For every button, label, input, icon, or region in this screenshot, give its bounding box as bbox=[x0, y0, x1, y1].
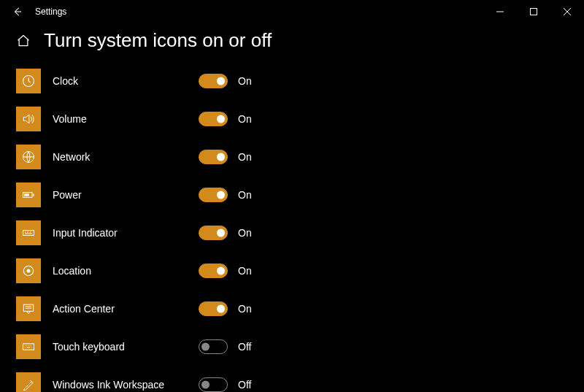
volume-icon bbox=[21, 112, 36, 126]
setting-label: Input Indicator bbox=[53, 227, 199, 239]
toggle-state: On bbox=[238, 265, 252, 277]
window-controls bbox=[483, 0, 584, 23]
power-icon bbox=[21, 188, 36, 202]
volume-toggle[interactable] bbox=[199, 112, 228, 126]
maximize-icon bbox=[530, 8, 537, 15]
toggle-thumb bbox=[217, 305, 225, 313]
close-icon bbox=[564, 8, 571, 15]
network-tile bbox=[16, 145, 41, 169]
location-tile bbox=[16, 258, 41, 283]
setting-row-ink-workspace: Windows Ink Workspace Off bbox=[16, 367, 568, 392]
setting-row-network: Network On bbox=[16, 139, 568, 174]
titlebar: Settings bbox=[0, 0, 584, 23]
clock-tile bbox=[16, 69, 41, 93]
volume-tile bbox=[16, 107, 41, 131]
ink-workspace-tile bbox=[16, 372, 41, 392]
toggle-state: Off bbox=[238, 379, 251, 391]
minimize-button[interactable] bbox=[483, 0, 517, 23]
touch-keyboard-tile bbox=[16, 334, 41, 359]
network-toggle[interactable] bbox=[199, 150, 228, 164]
svg-point-8 bbox=[27, 269, 31, 273]
action-center-toggle[interactable] bbox=[199, 301, 228, 316]
location-icon bbox=[21, 264, 36, 278]
setting-row-location: Location On bbox=[16, 253, 568, 288]
minimize-icon bbox=[496, 8, 504, 15]
svg-rect-10 bbox=[23, 344, 34, 350]
setting-label: Touch keyboard bbox=[53, 341, 199, 353]
toggle-thumb bbox=[217, 115, 225, 123]
ink-workspace-toggle[interactable] bbox=[199, 377, 228, 392]
home-icon[interactable] bbox=[16, 34, 31, 48]
setting-label: Windows Ink Workspace bbox=[53, 379, 199, 391]
input-indicator-icon bbox=[21, 226, 36, 240]
setting-row-volume: Volume On bbox=[16, 101, 568, 137]
page-header: Turn system icons on or off bbox=[0, 23, 584, 64]
touch-keyboard-toggle[interactable] bbox=[199, 339, 228, 354]
toggle-thumb bbox=[217, 191, 225, 199]
ink-workspace-icon bbox=[21, 377, 36, 392]
setting-label: Volume bbox=[53, 113, 199, 125]
network-icon bbox=[21, 150, 36, 164]
setting-row-touch-keyboard: Touch keyboard Off bbox=[16, 329, 568, 364]
input-indicator-toggle[interactable] bbox=[199, 226, 228, 240]
back-button[interactable] bbox=[6, 0, 29, 23]
setting-label: Network bbox=[53, 151, 199, 163]
close-button[interactable] bbox=[550, 0, 584, 23]
settings-list: Clock On Volume On Network On Power On I… bbox=[0, 64, 584, 392]
toggle-state: On bbox=[238, 227, 252, 239]
toggle-state: On bbox=[238, 113, 252, 125]
action-center-icon bbox=[21, 301, 36, 316]
clock-toggle[interactable] bbox=[199, 74, 228, 88]
svg-rect-5 bbox=[33, 193, 34, 196]
toggle-thumb bbox=[201, 381, 210, 389]
touch-keyboard-icon bbox=[21, 339, 36, 354]
window-title: Settings bbox=[35, 7, 483, 17]
setting-row-power: Power On bbox=[16, 177, 568, 212]
setting-row-clock: Clock On bbox=[16, 64, 568, 99]
toggle-thumb bbox=[217, 267, 225, 275]
svg-rect-6 bbox=[23, 231, 34, 236]
setting-label: Location bbox=[53, 265, 199, 277]
svg-rect-0 bbox=[531, 9, 537, 15]
power-tile bbox=[16, 182, 41, 207]
setting-label: Clock bbox=[53, 75, 199, 87]
action-center-tile bbox=[16, 296, 41, 321]
toggle-thumb bbox=[217, 77, 225, 85]
clock-icon bbox=[21, 74, 36, 88]
setting-label: Action Center bbox=[53, 303, 199, 315]
toggle-state: On bbox=[238, 303, 252, 315]
toggle-state: On bbox=[238, 75, 252, 87]
setting-row-action-center: Action Center On bbox=[16, 291, 568, 326]
toggle-state: Off bbox=[238, 341, 251, 353]
toggle-state: On bbox=[238, 151, 252, 163]
setting-label: Power bbox=[53, 189, 199, 201]
setting-row-input-indicator: Input Indicator On bbox=[16, 215, 568, 250]
power-toggle[interactable] bbox=[199, 188, 228, 202]
page-title: Turn system icons on or off bbox=[44, 29, 272, 52]
toggle-thumb bbox=[217, 229, 225, 237]
location-toggle[interactable] bbox=[199, 264, 228, 278]
input-indicator-tile bbox=[16, 220, 41, 245]
maximize-button[interactable] bbox=[517, 0, 550, 23]
svg-rect-4 bbox=[24, 193, 29, 196]
arrow-left-icon bbox=[12, 7, 23, 17]
toggle-state: On bbox=[238, 189, 252, 201]
toggle-thumb bbox=[217, 153, 225, 161]
toggle-thumb bbox=[201, 343, 210, 351]
